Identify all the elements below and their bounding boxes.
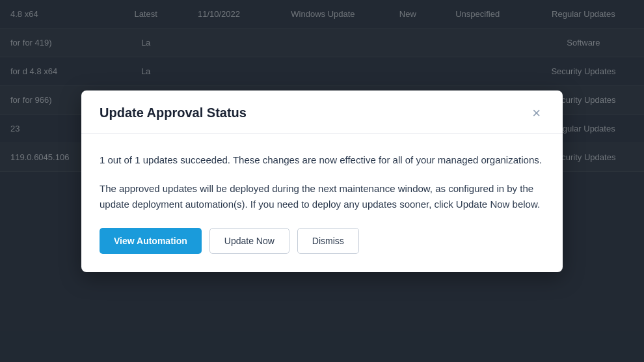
modal-body-line2: The approved updates will be deployed du…	[100, 181, 544, 212]
view-automation-button[interactable]: View Automation	[100, 228, 202, 254]
modal-body-line1: 1 out of 1 updates succeeded. These chan…	[100, 152, 544, 168]
modal-header: Update Approval Status ×	[81, 90, 563, 134]
update-now-button[interactable]: Update Now	[209, 228, 289, 254]
dismiss-button[interactable]: Dismiss	[297, 228, 359, 254]
update-approval-modal: Update Approval Status × 1 out of 1 upda…	[81, 90, 563, 272]
close-button[interactable]: ×	[528, 105, 544, 122]
modal-footer: View Automation Update Now Dismiss	[81, 228, 563, 272]
modal-title: Update Approval Status	[100, 105, 247, 120]
modal-overlay: Update Approval Status × 1 out of 1 upda…	[0, 0, 644, 362]
modal-body: 1 out of 1 updates succeeded. These chan…	[81, 134, 563, 228]
